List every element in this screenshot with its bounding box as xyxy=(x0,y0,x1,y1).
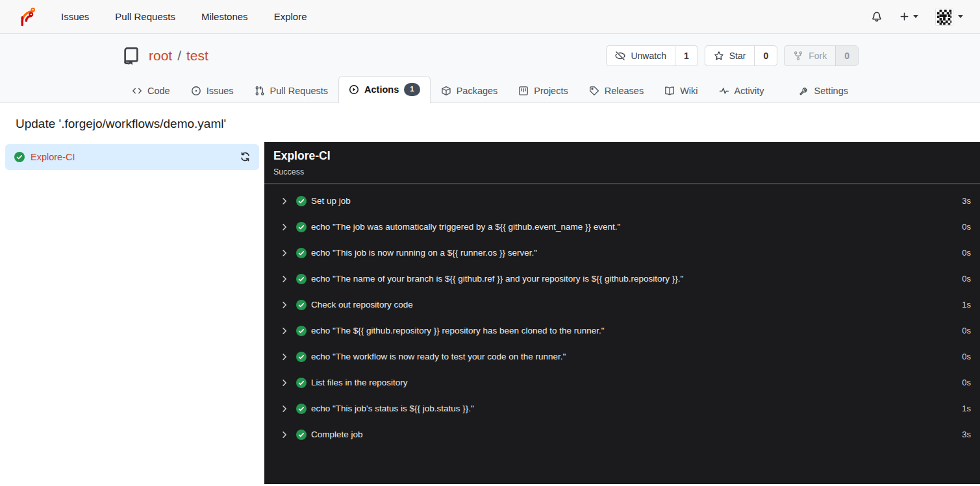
step-duration: 1s xyxy=(962,300,971,310)
step-label: Check out repository code xyxy=(311,300,413,310)
star-button[interactable]: Star 0 xyxy=(705,45,777,66)
step-duration: 0s xyxy=(962,352,971,361)
nav-item-explore[interactable]: Explore xyxy=(274,11,307,22)
step-label: Set up job xyxy=(311,196,351,206)
nav-item-pull-requests[interactable]: Pull Requests xyxy=(115,11,175,22)
step-row[interactable]: Set up job 3s xyxy=(264,188,980,214)
job-status: Success xyxy=(273,167,971,176)
notifications-bell-icon[interactable] xyxy=(871,11,883,23)
page-title: Update '.forgejo/workflows/demo.yaml' xyxy=(0,103,980,142)
unwatch-button[interactable]: Unwatch 1 xyxy=(606,45,697,66)
navbar-right xyxy=(871,8,963,26)
nav-links: Issues Pull Requests Milestones Explore xyxy=(61,11,307,22)
success-check-icon xyxy=(296,274,307,284)
actions-count-badge: 1 xyxy=(404,83,420,96)
tab-label: Pull Requests xyxy=(270,86,328,96)
tab-wiki[interactable]: Wiki xyxy=(654,79,708,103)
forgejo-logo[interactable] xyxy=(17,6,38,27)
step-row[interactable]: echo "The ${{ github.repository }} repos… xyxy=(264,318,980,344)
job-label: Explore-CI xyxy=(31,152,75,162)
step-duration: 3s xyxy=(962,196,971,206)
repo-tabs: Code Issues Pull Requests xyxy=(121,76,859,103)
tab-label: Wiki xyxy=(680,86,697,96)
chevron-right-icon xyxy=(281,353,288,361)
tab-label: Actions xyxy=(364,84,399,95)
pulse-icon xyxy=(719,86,729,96)
repo-header: root / test Unwatch 1 xyxy=(0,34,980,103)
step-row[interactable]: echo "The name of your branch is ${{ git… xyxy=(264,266,980,292)
package-icon xyxy=(441,86,451,96)
success-check-icon xyxy=(14,152,25,162)
repository-icon xyxy=(121,46,141,66)
step-label: echo "This job is now running on a ${{ r… xyxy=(311,248,537,258)
chevron-right-icon xyxy=(281,301,288,309)
code-icon xyxy=(132,86,142,96)
repo-name-link[interactable]: test xyxy=(186,48,208,64)
tab-projects[interactable]: Projects xyxy=(508,79,578,103)
create-new-dropdown[interactable] xyxy=(899,12,918,21)
step-row[interactable]: echo "This job's status is ${{ job.statu… xyxy=(264,396,980,422)
step-label: echo "The workflow is now ready to test … xyxy=(311,352,566,361)
tab-actions[interactable]: Actions 1 xyxy=(338,76,431,103)
step-duration: 0s xyxy=(962,378,971,387)
top-navbar: Issues Pull Requests Milestones Explore xyxy=(0,0,980,34)
chevron-right-icon xyxy=(281,405,288,413)
repo-separator: / xyxy=(177,48,181,64)
repo-owner-link[interactable]: root xyxy=(149,48,172,64)
step-row[interactable]: Check out repository code 1s xyxy=(264,292,980,318)
unwatch-label: Unwatch xyxy=(631,51,666,61)
nav-item-milestones[interactable]: Milestones xyxy=(201,11,248,22)
tab-label: Projects xyxy=(534,86,568,96)
user-menu[interactable] xyxy=(935,8,963,26)
star-label: Star xyxy=(729,51,746,61)
success-check-icon xyxy=(296,430,307,440)
chevron-right-icon xyxy=(281,379,288,387)
tab-label: Issues xyxy=(207,86,234,96)
nav-item-issues[interactable]: Issues xyxy=(61,11,89,22)
step-label: echo "The ${{ github.repository }} repos… xyxy=(311,326,605,335)
chevron-right-icon xyxy=(281,431,288,439)
repo-breadcrumb: root / test xyxy=(149,48,208,64)
tab-label: Settings xyxy=(814,86,848,96)
tab-label: Code xyxy=(147,86,170,96)
project-board-icon xyxy=(518,86,529,96)
repo-action-buttons: Unwatch 1 Star 0 xyxy=(606,45,859,66)
chevron-right-icon xyxy=(281,327,288,335)
book-icon xyxy=(664,86,675,96)
step-duration: 0s xyxy=(962,248,971,258)
tab-activity[interactable]: Activity xyxy=(709,79,775,103)
step-duration: 0s xyxy=(962,222,971,232)
success-check-icon xyxy=(296,196,307,206)
step-label: List files in the repository xyxy=(311,378,408,387)
refresh-icon[interactable] xyxy=(240,151,251,162)
jobs-sidebar: Explore-CI xyxy=(0,142,264,484)
tab-code[interactable]: Code xyxy=(121,79,181,103)
tab-releases[interactable]: Releases xyxy=(579,79,654,103)
step-duration: 3s xyxy=(962,430,971,439)
star-count[interactable]: 0 xyxy=(754,46,777,66)
step-duration: 0s xyxy=(962,326,971,335)
pull-request-icon xyxy=(255,86,265,96)
step-row[interactable]: echo "The workflow is now ready to test … xyxy=(264,344,980,370)
fork-count: 0 xyxy=(835,46,858,66)
tab-issues[interactable]: Issues xyxy=(181,79,244,103)
issue-circle-icon xyxy=(191,86,201,96)
tab-settings[interactable]: Settings xyxy=(788,79,859,103)
step-row[interactable]: List files in the repository 0s xyxy=(264,370,980,396)
job-log-panel: Explore-CI Success Set up job 3s echo "T… xyxy=(264,142,980,484)
chevron-right-icon xyxy=(281,197,288,205)
step-row[interactable]: echo "The job was automatically triggere… xyxy=(264,214,980,240)
sidebar-job-explore-ci[interactable]: Explore-CI xyxy=(5,144,259,170)
chevron-right-icon xyxy=(281,223,288,231)
success-check-icon xyxy=(296,352,307,362)
user-avatar xyxy=(935,8,953,26)
step-label: echo "This job's status is ${{ job.statu… xyxy=(311,404,474,413)
fork-button: Fork 0 xyxy=(784,45,859,66)
tab-packages[interactable]: Packages xyxy=(431,79,509,103)
step-row[interactable]: Complete job 3s xyxy=(264,422,980,448)
chevron-down-icon xyxy=(958,15,963,18)
success-check-icon xyxy=(296,300,307,310)
watch-count[interactable]: 1 xyxy=(675,46,697,66)
tab-pull-requests[interactable]: Pull Requests xyxy=(244,79,338,103)
step-row[interactable]: echo "This job is now running on a ${{ r… xyxy=(264,240,980,266)
